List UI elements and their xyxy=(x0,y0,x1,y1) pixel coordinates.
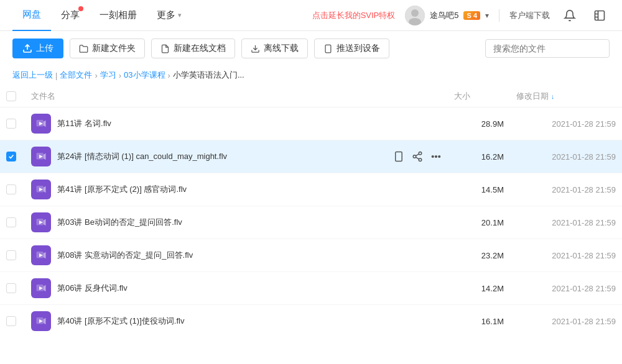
breadcrumb-back[interactable]: 返回上一级 xyxy=(12,70,53,81)
file-name-label[interactable]: 第41讲 [原形不定式 (2)] 感官动词.flv xyxy=(57,184,442,195)
table-row: 第03讲 Be动词的否定_提问回答.flv20.1M2021-01-28 21:… xyxy=(0,206,622,239)
file-type-icon xyxy=(31,278,51,298)
settings-icon[interactable] xyxy=(590,6,610,25)
file-name-label[interactable]: 第24讲 [情态动词 (1)] can_could_may_might.flv xyxy=(57,151,374,162)
breadcrumb-all-files[interactable]: 全部文件 xyxy=(60,70,92,81)
svg-point-14 xyxy=(419,152,422,155)
row-size-cell: 16.2M xyxy=(448,140,510,173)
chevron-down-icon: ▾ xyxy=(178,11,182,19)
row-checkbox[interactable] xyxy=(6,152,16,162)
row-checkbox[interactable] xyxy=(6,119,16,129)
new-folder-label: 新建文件夹 xyxy=(92,43,136,54)
svip-link[interactable]: 点击延长我的SVIP特权 xyxy=(312,10,396,21)
file-table: 文件名 大小 修改日期 ↓ 第11讲 名词.flv28.9M2021-01-28… xyxy=(0,86,622,335)
nav-divider xyxy=(499,9,499,22)
row-checkbox[interactable] xyxy=(6,316,16,326)
row-checkbox-cell xyxy=(0,140,25,173)
row-checkbox-cell xyxy=(0,107,25,140)
svg-point-1 xyxy=(411,9,419,17)
select-all-checkbox[interactable] xyxy=(6,91,16,101)
more-icon[interactable] xyxy=(430,151,442,162)
svg-point-2 xyxy=(409,18,421,25)
file-type-icon xyxy=(31,245,51,265)
nav-more[interactable]: 更多 ▾ xyxy=(147,0,192,31)
breadcrumb-sep1: | xyxy=(55,71,57,80)
new-folder-button[interactable]: 新建文件夹 xyxy=(70,39,145,58)
breadcrumb-current: 小学英语语法入门... xyxy=(173,70,244,81)
table-row: 第41讲 [原形不定式 (2)] 感官动词.flv14.5M2021-01-28… xyxy=(0,173,622,206)
row-checkbox-cell xyxy=(0,206,25,239)
row-date-cell: 2021-01-28 21:59 xyxy=(510,239,622,272)
nav-wangpan[interactable]: 网盘 xyxy=(12,0,51,31)
file-name-label[interactable]: 第03讲 Be动词的否定_提问回答.flv xyxy=(57,217,442,228)
new-doc-button[interactable]: 新建在线文档 xyxy=(151,39,235,58)
nav-right: 点击延长我的SVIP特权 途鸟吧5 S 4 ▾ 客户端下载 xyxy=(312,6,610,25)
save-to-device-icon[interactable] xyxy=(393,151,404,162)
svip-badge: S 4 xyxy=(463,11,480,20)
file-name-label[interactable]: 第08讲 实意动词的否定_提问_回答.flv xyxy=(57,250,442,261)
breadcrumb: 返回上一级 | 全部文件 › 学习 › 03小学课程 › 小学英语语法入门... xyxy=(0,66,622,86)
row-name-cell: 第11讲 名词.flv xyxy=(25,107,448,140)
push-device-label: 推送到设备 xyxy=(337,43,380,54)
user-chevron-icon[interactable]: ▾ xyxy=(485,11,489,20)
svg-line-18 xyxy=(415,154,419,156)
row-size-cell: 14.5M xyxy=(448,173,510,206)
sort-arrow-icon: ↓ xyxy=(551,93,555,100)
push-device-button[interactable]: 推送到设备 xyxy=(314,39,389,58)
table-row: 第06讲 反身代词.flv14.2M2021-01-28 21:59 xyxy=(0,272,622,305)
svg-line-17 xyxy=(415,157,419,159)
row-name-cell: 第03讲 Be动词的否定_提问回答.flv xyxy=(25,206,448,239)
col-header-date[interactable]: 修改日期 ↓ xyxy=(510,86,622,107)
avatar xyxy=(405,6,425,25)
offline-dl-button[interactable]: 离线下载 xyxy=(241,39,308,58)
file-type-icon xyxy=(31,311,51,331)
nav-fenxiang-label: 分享 xyxy=(61,9,80,21)
row-checkbox-cell xyxy=(0,305,25,336)
file-name-label[interactable]: 第40讲 [原形不定式 (1)]使役动词.flv xyxy=(57,316,442,327)
row-date-cell: 2021-01-28 21:59 xyxy=(510,305,622,336)
table-row: 第08讲 实意动词的否定_提问_回答.flv23.2M2021-01-28 21… xyxy=(0,239,622,272)
doc-icon xyxy=(160,44,170,53)
notification-icon[interactable] xyxy=(560,6,580,25)
row-checkbox[interactable] xyxy=(6,217,16,227)
nav-wangpan-label: 网盘 xyxy=(22,9,41,20)
breadcrumb-arrow2: › xyxy=(119,71,121,80)
col-header-size: 大小 xyxy=(448,86,510,107)
share-icon[interactable] xyxy=(412,151,423,162)
svg-rect-3 xyxy=(595,11,605,20)
row-name-cell: 第40讲 [原形不定式 (1)]使役动词.flv xyxy=(25,305,448,336)
svg-point-16 xyxy=(419,158,422,162)
row-size-cell: 28.9M xyxy=(448,107,510,140)
svg-point-21 xyxy=(439,156,440,157)
upload-button[interactable]: 上传 xyxy=(12,39,63,58)
top-nav: 网盘 分享 一刻相册 更多 ▾ 点击延长我的SVIP特权 途鸟吧5 S 4 ▾ … xyxy=(0,0,622,31)
user-area[interactable]: 途鸟吧5 S 4 ▾ xyxy=(405,6,489,25)
table-row: 第40讲 [原形不定式 (1)]使役动词.flv16.1M2021-01-28 … xyxy=(0,305,622,336)
row-checkbox[interactable] xyxy=(6,250,16,260)
nav-yike[interactable]: 一刻相册 xyxy=(90,0,147,31)
file-type-icon xyxy=(31,180,51,199)
breadcrumb-study[interactable]: 学习 xyxy=(100,70,116,81)
file-name-label[interactable]: 第11讲 名词.flv xyxy=(57,118,442,129)
breadcrumb-course[interactable]: 03小学课程 xyxy=(124,70,165,81)
push-icon xyxy=(323,44,333,53)
svg-point-19 xyxy=(432,156,434,157)
svg-point-15 xyxy=(413,155,416,158)
row-date-cell: 2021-01-28 21:59 xyxy=(510,107,622,140)
row-checkbox[interactable] xyxy=(6,283,16,293)
row-checkbox[interactable] xyxy=(6,184,16,194)
nav-yike-label: 一刻相册 xyxy=(100,9,137,21)
new-doc-label: 新建在线文档 xyxy=(174,43,226,54)
file-type-icon xyxy=(31,147,51,166)
folder-icon xyxy=(79,44,88,53)
nav-fenxiang[interactable]: 分享 xyxy=(51,0,90,31)
row-date-cell: 2021-01-28 21:59 xyxy=(510,173,622,206)
col-header-name: 文件名 xyxy=(25,86,448,107)
search-input[interactable] xyxy=(485,39,610,58)
row-date-cell: 2021-01-28 21:59 xyxy=(510,272,622,305)
file-type-icon xyxy=(31,114,51,134)
row-checkbox-cell xyxy=(0,239,25,272)
client-download-link[interactable]: 客户端下载 xyxy=(509,10,550,21)
download-icon xyxy=(251,44,260,53)
file-name-label[interactable]: 第06讲 反身代词.flv xyxy=(57,283,442,294)
